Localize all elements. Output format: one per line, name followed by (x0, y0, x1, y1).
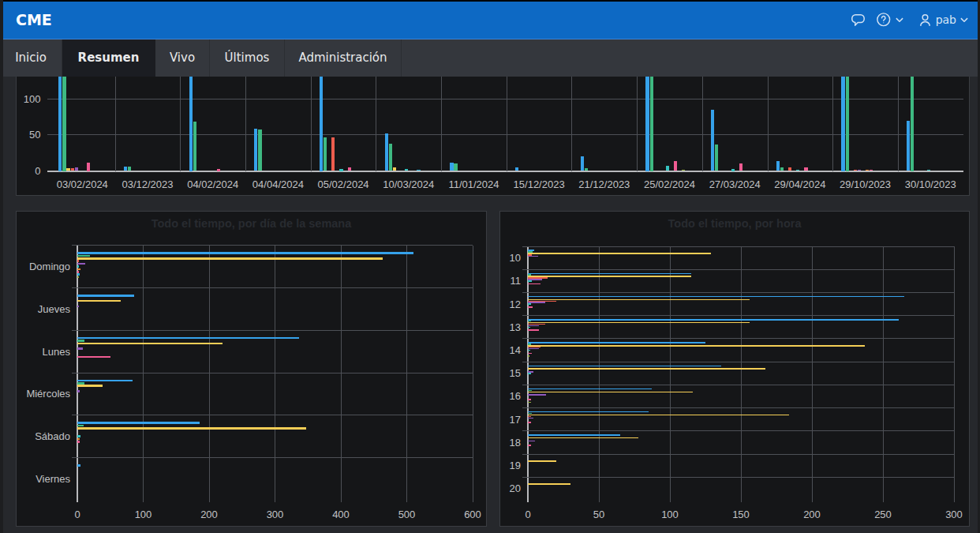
bar-verde (324, 137, 327, 171)
bar-azul (528, 273, 691, 275)
bar-morado (528, 418, 533, 419)
bar-morado (528, 394, 546, 396)
bar-verde (77, 382, 84, 385)
x-axis-line (47, 171, 963, 172)
bar-verde (77, 340, 84, 342)
x-tick-label: 29/10/2023 (830, 178, 901, 190)
x-tick-label: 300 (934, 509, 970, 520)
bar-azul (77, 380, 133, 382)
bar-azul (528, 296, 904, 298)
y-tick-label: 18 (499, 437, 521, 449)
x-tick-label: 50 (579, 509, 619, 520)
y-axis-line (527, 246, 529, 502)
bar-morado (858, 170, 861, 171)
gridline (599, 246, 600, 502)
x-tick-label: 0 (508, 509, 548, 520)
bar-lima (682, 170, 685, 171)
bar-turquesa (666, 166, 669, 171)
bar-rosa (528, 283, 540, 285)
bar-amarillo (528, 483, 570, 485)
bar-azul (528, 388, 652, 390)
y-tick-label: Sábado (17, 430, 70, 442)
bar-amarillo (528, 322, 750, 324)
gridline (72, 457, 473, 458)
chat-icon[interactable] (851, 14, 865, 26)
x-tick-label: 600 (453, 509, 487, 520)
user-icon[interactable] (920, 14, 930, 26)
y-tick-label: 50 (17, 129, 41, 141)
gridline (47, 134, 963, 135)
chevron-down-icon[interactable] (960, 17, 968, 23)
bar-amarillo (393, 167, 396, 171)
y-tick-label: Domingo (17, 261, 70, 272)
x-tick-label: 04/04/2024 (242, 178, 313, 190)
header-actions: pab (851, 0, 980, 39)
bar-turquesa (796, 170, 799, 171)
bar-amarillo (77, 300, 121, 302)
x-tick-label: 400 (321, 509, 361, 520)
tab-vivo[interactable]: Vivo (155, 39, 210, 77)
tab-resumen[interactable]: Resumen (62, 39, 155, 77)
bar-amarillo (66, 168, 69, 171)
bar-azul (515, 167, 518, 171)
x-tick-label: 100 (650, 509, 690, 520)
bar-azul (58, 77, 62, 171)
bar-azul (711, 110, 714, 171)
y-tick-label: 20 (499, 482, 521, 494)
gridline (441, 77, 442, 171)
bar-morado (77, 390, 80, 392)
bar-turquesa (528, 303, 531, 305)
y-tick-label: Miércoles (17, 388, 70, 400)
bar-cian (417, 170, 420, 171)
bar-amarillo (77, 427, 306, 430)
gridline (522, 407, 954, 408)
gridline (522, 430, 954, 431)
gridline (637, 77, 638, 171)
help-icon[interactable] (877, 13, 891, 27)
bar-rosa (217, 169, 220, 171)
x-tick-label: 15/12/2023 (503, 178, 574, 190)
bar-turquesa (528, 280, 532, 282)
bar-rosa (77, 271, 79, 273)
chevron-down-icon[interactable] (896, 17, 903, 23)
chart-panel-weekday: Todo el tiempo, por día de la semana 010… (16, 211, 487, 527)
main-nav: InicioResumenVivoÚltimosAdministración (0, 39, 980, 77)
tab-inicio[interactable]: Inicio (0, 39, 62, 77)
bar-amarillo (528, 345, 865, 347)
bar-azul (581, 156, 584, 171)
bar-azul (77, 422, 200, 424)
x-tick-label: 300 (256, 509, 295, 520)
gridline (898, 77, 899, 171)
bar-rojo (71, 168, 74, 171)
bar-azul (189, 77, 193, 171)
x-tick-label: 21/12/2023 (569, 178, 640, 190)
window-edge-top (0, 0, 980, 2)
bar-amarillo (528, 276, 691, 277)
tab-administracion[interactable]: Administración (285, 39, 402, 77)
gridline (72, 415, 473, 415)
x-tick-label: 27/03/2024 (699, 178, 770, 190)
y-tick-label: 17 (499, 414, 521, 426)
y-tick-label: 100 (17, 93, 41, 105)
x-tick-label: 29/04/2024 (765, 178, 836, 190)
y-tick-label: 14 (499, 344, 521, 356)
x-tick-label: 200 (792, 509, 832, 520)
gridline (72, 330, 473, 331)
x-tick-label: 500 (387, 509, 427, 520)
gridline (522, 385, 954, 385)
username-label[interactable]: pab (936, 13, 956, 26)
bar-verde (650, 77, 653, 171)
tab-ultimos[interactable]: Últimos (210, 39, 285, 77)
bar-amarillo (77, 343, 223, 345)
bar-azul (77, 337, 299, 340)
bar-verde (77, 425, 84, 427)
bar-amarillo (528, 415, 789, 416)
bar-verde (715, 145, 718, 171)
bar-turquesa (339, 169, 342, 171)
bar-azul (77, 295, 134, 297)
bar-verde (128, 167, 131, 171)
chart-panel-hour: Todo el tiempo, por hora 050100150200250… (499, 211, 970, 527)
bar-azul (528, 411, 649, 413)
bar-lima (77, 276, 79, 279)
bar-azul (77, 252, 413, 254)
